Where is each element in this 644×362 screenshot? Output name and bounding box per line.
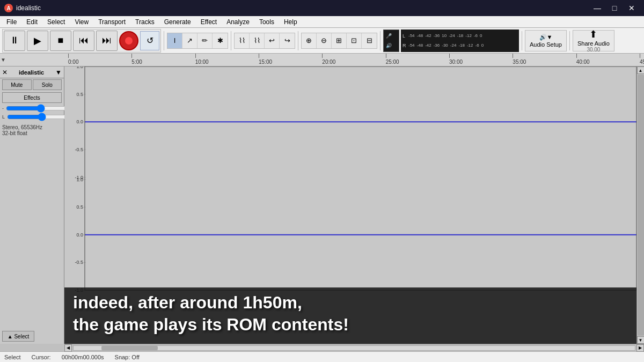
track-panel: ✕ idealistic ▼ Mute Solo Effects - + L R…	[0, 67, 64, 344]
edit-tools: I ↗ ✏ ✱	[167, 33, 228, 49]
waveform-area[interactable]: indeed, after around 1h50m, the game pla…	[64, 67, 636, 344]
audio-setup-icon: 🔊▼	[539, 34, 553, 41]
pencil-tool-button[interactable]: ✏	[197, 33, 213, 48]
ruler-tick-2: 10:00	[195, 54, 209, 67]
share-audio-icon: ⬆	[589, 28, 597, 40]
menu-item-effect[interactable]: Effect	[196, 17, 221, 27]
menu-item-transport[interactable]: Transport	[94, 17, 130, 27]
audio-setup-button[interactable]: 🔊▼ Audio Setup	[525, 30, 567, 51]
menu-item-view[interactable]: View	[70, 17, 93, 27]
stop-button[interactable]: ■	[50, 31, 71, 51]
ruler-ticks: 0:005:0010:0015:0020:0025:0030:0035:0040…	[68, 54, 644, 67]
title-left: A idealistic	[4, 4, 41, 12]
waveform-canvas	[64, 67, 636, 344]
ruler-tick-4: 20:00	[322, 54, 335, 67]
hscroll-track[interactable]	[73, 345, 635, 351]
ruler-tick-8: 40:00	[576, 54, 590, 67]
close-button[interactable]: ✕	[624, 0, 640, 16]
share-audio-button[interactable]: ⬆ Share Audio 30.00	[573, 30, 614, 51]
menu-item-analyze[interactable]: Analyze	[222, 17, 254, 27]
ruler-tick-0: 0:00	[68, 54, 78, 67]
ruler-arrow-icon: ▼	[0, 57, 6, 63]
snap-tools: ⌇⌇ ⌇⌇ ↩ ↪	[234, 33, 295, 49]
snap-button[interactable]: ⌇⌇	[235, 33, 250, 48]
title-bar: A idealistic — □ ✕	[0, 0, 644, 16]
multi-tool-button[interactable]: ✱	[213, 33, 228, 48]
menu-bar: FileEditSelectViewTransportTracksGenerat…	[0, 16, 644, 28]
menu-item-generate[interactable]: Generate	[160, 17, 195, 27]
timeline-ruler[interactable]: ▼ 0:005:0010:0015:0020:0025:0030:0035:00…	[0, 54, 644, 67]
minimize-button[interactable]: —	[589, 0, 605, 16]
track-mute-solo: Mute Solo	[0, 78, 64, 91]
app-icon-letter: A	[6, 5, 10, 11]
menu-item-tracks[interactable]: Tracks	[131, 17, 159, 27]
hscroll-thumb[interactable]	[101, 346, 158, 350]
track-name: idealistic	[8, 69, 55, 76]
menu-item-tools[interactable]: Tools	[255, 17, 279, 27]
effects-button[interactable]: Effects	[2, 92, 62, 103]
status-snap: Snap: Off	[115, 354, 140, 360]
prev-button[interactable]: ⏮	[73, 31, 94, 51]
record-button[interactable]	[119, 31, 138, 50]
title-controls: — □ ✕	[589, 0, 640, 16]
share-audio-value: 30.00	[587, 47, 600, 53]
snap2-button[interactable]: ⌇⌇	[250, 33, 265, 48]
scroll-up-arrow[interactable]: ▲	[637, 67, 645, 74]
select-btn-area: ▲ Select	[2, 331, 34, 342]
app-title: idealistic	[16, 4, 41, 12]
ruler-tick-5: 25:00	[386, 54, 399, 67]
share-audio-label: Share Audio	[577, 40, 610, 47]
track-info-line1: Stereo, 65536Hz	[2, 124, 62, 130]
status-cursor-value: 00h00m00.000s	[62, 354, 104, 360]
play-button[interactable]: ▶	[27, 31, 48, 51]
maximize-button[interactable]: □	[606, 0, 623, 16]
ruler-tick-3: 15:00	[259, 54, 272, 67]
solo-button[interactable]: Solo	[33, 79, 62, 90]
ruler-tick-6: 30:00	[449, 54, 463, 67]
menu-item-file[interactable]: File	[2, 17, 21, 27]
select-tool-button[interactable]: I	[167, 33, 182, 48]
track-info-line2: 32-bit float	[2, 130, 62, 136]
zoom-tools: ⊕ ⊖ ⊞ ⊡ ⊟	[301, 33, 377, 49]
loop-button[interactable]: ↺	[140, 31, 159, 50]
track-header: ✕ idealistic ▼	[0, 67, 64, 78]
menu-item-help[interactable]: Help	[280, 17, 302, 27]
mute-button[interactable]: Mute	[2, 79, 32, 90]
scroll-left-arrow[interactable]: ◀	[64, 344, 72, 352]
zoom-out-button[interactable]: ⊖	[317, 33, 332, 48]
scroll-right-arrow[interactable]: ▶	[636, 344, 644, 352]
status-cursor-label: Cursor:	[32, 354, 51, 360]
undo-button[interactable]: ↩	[265, 33, 280, 48]
redo-button[interactable]: ↪	[280, 33, 295, 48]
ruler-tick-9: 45:00	[640, 54, 644, 67]
toolbar: ⏸ ▶ ■ ⏮ ⏭ ↺ I ↗ ✏ ✱ ⌇⌇ ⌇⌇ ↩ ↪ ⊕ ⊖ ⊞ ⊡ ⊟ …	[0, 28, 644, 54]
track-info: Stereo, 65536Hz 32-bit float	[0, 123, 64, 137]
gain-slider-section: - + L R	[0, 104, 64, 121]
track-close-icon[interactable]: ✕	[2, 69, 8, 76]
status-select: Select	[4, 354, 21, 360]
bottom-scrollbar[interactable]: ◀ ▶	[64, 344, 644, 351]
gain-min-label: -	[2, 106, 4, 111]
menu-item-select[interactable]: Select	[43, 17, 69, 27]
menu-item-edit[interactable]: Edit	[22, 17, 42, 27]
pan-left-label: L	[2, 114, 5, 120]
zoom-in-button[interactable]: ⊕	[302, 33, 317, 48]
ruler-tick-1: 5:00	[131, 54, 142, 67]
status-bar: Select Cursor: 00h00m00.000s Snap: Off	[0, 351, 644, 362]
zoom-sel-button[interactable]: ⊡	[347, 33, 362, 48]
pause-button[interactable]: ⏸	[4, 31, 25, 51]
app-icon: A	[4, 4, 13, 12]
envelope-tool-button[interactable]: ↗	[182, 33, 197, 48]
next-button[interactable]: ⏭	[96, 31, 118, 51]
scroll-thumb[interactable]	[638, 75, 644, 336]
track-dropdown-icon[interactable]: ▼	[55, 69, 62, 76]
select-button[interactable]: ▲ Select	[2, 331, 34, 342]
scroll-down-arrow[interactable]: ▼	[637, 336, 645, 344]
main-layout: ✕ idealistic ▼ Mute Solo Effects - + L R…	[0, 67, 644, 344]
ruler-tick-7: 35:00	[513, 54, 526, 67]
zoom-fit-button[interactable]: ⊞	[332, 33, 347, 48]
audio-setup-label: Audio Setup	[530, 41, 562, 48]
zoom-full-button[interactable]: ⊟	[362, 33, 377, 48]
right-scrollbar[interactable]: ▲ ▼	[636, 67, 644, 344]
